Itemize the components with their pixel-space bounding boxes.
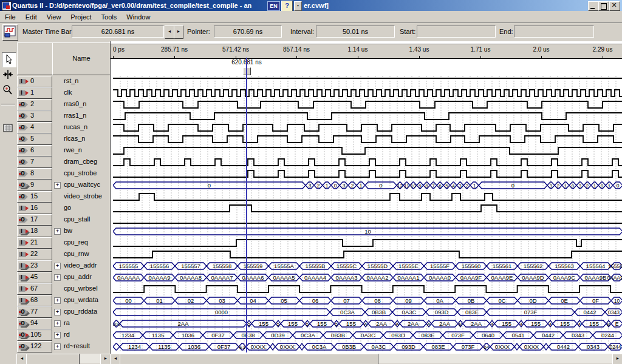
signal-number-button[interactable]: I67 <box>17 283 52 295</box>
help-icon[interactable]: ? <box>281 1 293 12</box>
signal-number-button[interactable]: O9 <box>17 180 52 191</box>
start-field[interactable] <box>417 25 496 38</box>
group-expander[interactable]: + <box>54 320 61 327</box>
bit-wave[interactable] <box>113 170 622 177</box>
bit-wave[interactable] <box>113 286 622 292</box>
wave-row-video_strobe[interactable] <box>113 194 622 200</box>
time-axis[interactable]: 0 ps285.71 ns571.42 ns857.14 ns1.14 us1.… <box>111 44 622 59</box>
bit-wave[interactable] <box>113 194 622 200</box>
language-bar-options-icon[interactable]: ▾ <box>294 1 302 11</box>
bit-wave[interactable] <box>113 205 622 212</box>
bus-segment[interactable] <box>544 343 549 350</box>
wave-row-cpu_wrbsel[interactable] <box>113 286 622 292</box>
menu-item-window[interactable]: Window <box>121 12 155 22</box>
signal-name-label[interactable]: cpu_req <box>64 238 88 246</box>
signal-name-label[interactable]: ra <box>64 319 70 326</box>
wave-row-cpu_addr[interactable]: 0AAAAA0AAAA90AAAA80AAAA70AAAA60AAAA50AAA… <box>113 274 622 281</box>
waveform-editor-icon[interactable] <box>2 24 18 41</box>
signal-name-label[interactable]: clk <box>64 89 72 96</box>
signal-number-button[interactable]: I0 <box>17 76 52 87</box>
bus-segment[interactable] <box>113 343 120 350</box>
signal-number-button[interactable]: O6 <box>17 145 52 157</box>
signal-name-label[interactable]: video_strobe <box>64 192 102 200</box>
signal-name-label[interactable]: cpu_addr <box>64 273 92 280</box>
signal-name-label[interactable]: bw <box>64 227 72 234</box>
wave-row-cpu_rnw[interactable] <box>113 251 622 258</box>
menu-item-project[interactable]: Project <box>66 12 96 22</box>
align-transition-tool-button[interactable] <box>2 68 15 82</box>
bit-wave[interactable] <box>113 90 622 96</box>
bit-wave[interactable] <box>113 240 622 246</box>
group-expander[interactable]: + <box>54 343 61 350</box>
master-time-bar-field[interactable]: 620.681 ns <box>72 25 164 38</box>
signal-number-button[interactable]: I16 <box>17 203 52 214</box>
wave-row-go[interactable] <box>113 205 622 212</box>
signal-name-label[interactable]: cpu_stall <box>64 215 90 223</box>
wave-row-rucas_n[interactable] <box>113 124 622 131</box>
end-field[interactable] <box>514 25 594 38</box>
fullscreen-tool-button[interactable] <box>2 122 15 136</box>
wave-row-rwe_n[interactable] <box>113 147 622 154</box>
signal-name-label[interactable]: rd <box>64 331 70 338</box>
bit-wave[interactable] <box>113 101 622 108</box>
master-time-cursor-line[interactable] <box>246 58 247 352</box>
bus-segment[interactable] <box>299 343 304 350</box>
signal-number-button[interactable]: O122 <box>17 341 52 352</box>
wave-row-rras0_n[interactable] <box>113 101 622 108</box>
signal-number-button[interactable]: O77 <box>17 306 52 318</box>
maximize-button[interactable] <box>598 1 609 11</box>
bit-wave[interactable] <box>113 113 622 120</box>
signal-name-label[interactable]: cpu_wrbsel <box>64 285 98 292</box>
bus-segment[interactable] <box>514 343 519 350</box>
signal-number-button[interactable]: O94 <box>17 318 52 329</box>
signal-name-label[interactable]: rst_n <box>64 77 78 84</box>
signal-name-label[interactable]: rlcas_n <box>64 135 85 142</box>
wave-row-cpu_wrdata[interactable]: 000102030405060708090A0B0C0D0E0F10 <box>113 297 622 304</box>
menu-item-file[interactable]: File <box>0 12 21 22</box>
signal-number-button[interactable]: O7 <box>17 157 52 168</box>
bit-wave[interactable] <box>113 136 622 143</box>
signal-number-button[interactable]: I18 <box>17 226 52 237</box>
name-panel-scrollbar[interactable]: ◄ ► <box>16 354 110 363</box>
wave-scrollbar-thumb[interactable] <box>120 354 378 364</box>
wave-row-dram_cbeg[interactable] <box>113 159 622 166</box>
group-expander[interactable]: + <box>54 263 61 269</box>
wave-row-rras1_n[interactable] <box>113 113 622 120</box>
signal-number-button[interactable]: O105 <box>17 329 52 341</box>
signal-number-button[interactable]: O4 <box>17 122 52 133</box>
signal-name-label[interactable]: rras1_n <box>64 112 86 119</box>
close-button[interactable]: ✕ <box>609 1 620 11</box>
group-expander[interactable]: + <box>54 297 61 304</box>
master-time-spin-right[interactable]: ▸ <box>174 25 183 39</box>
bit-wave[interactable] <box>113 251 622 258</box>
bus-segment[interactable] <box>270 343 275 350</box>
signal-name-label[interactable]: video_addr <box>64 261 97 269</box>
signal-number-button[interactable]: I1 <box>17 87 52 99</box>
wave-row-cpu_req[interactable] <box>113 240 622 246</box>
zoom-tool-button[interactable] <box>2 84 15 98</box>
bit-wave[interactable] <box>113 124 622 131</box>
wave-row-ra[interactable]: 0002AA5155515551555155A2AAA2AAA2AAB2AA41… <box>113 320 622 327</box>
signal-name-label[interactable]: cpu_wrdata <box>64 296 98 303</box>
signal-name-label[interactable]: cpu_strobe <box>64 169 97 177</box>
signal-number-button[interactable]: I21 <box>17 237 52 249</box>
name-scrollbar-thumb[interactable] <box>26 354 80 364</box>
signal-name-label[interactable]: rucas_n <box>64 123 87 130</box>
signal-name-label[interactable]: cpu_rddata <box>64 308 97 315</box>
language-indicator[interactable]: EN <box>267 1 280 11</box>
title-bar[interactable]: Quartus II - D:/d/pentevo/fpga/_ver0.00/… <box>0 0 622 11</box>
wave-scroll-right-button[interactable]: ► <box>612 354 622 364</box>
signal-number-button[interactable]: O8 <box>17 168 52 180</box>
signal-number-button[interactable]: I22 <box>17 249 52 260</box>
menu-item-view[interactable]: View <box>42 12 66 22</box>
minimize-button[interactable] <box>588 1 599 11</box>
bit-wave[interactable] <box>113 159 622 166</box>
signal-number-button[interactable]: I45 <box>17 272 52 283</box>
group-expander[interactable]: + <box>54 274 61 281</box>
signal-number-button[interactable]: O2 <box>17 99 52 110</box>
group-expander[interactable]: + <box>54 182 61 189</box>
signal-number-button[interactable]: I23 <box>17 260 52 272</box>
waveform-area[interactable]: 0 ps285.71 ns571.42 ns857.14 ns1.14 us1.… <box>110 41 622 354</box>
signal-name-label[interactable]: rwe_n <box>64 146 82 153</box>
signal-name-label[interactable]: rras0_n <box>64 100 86 107</box>
